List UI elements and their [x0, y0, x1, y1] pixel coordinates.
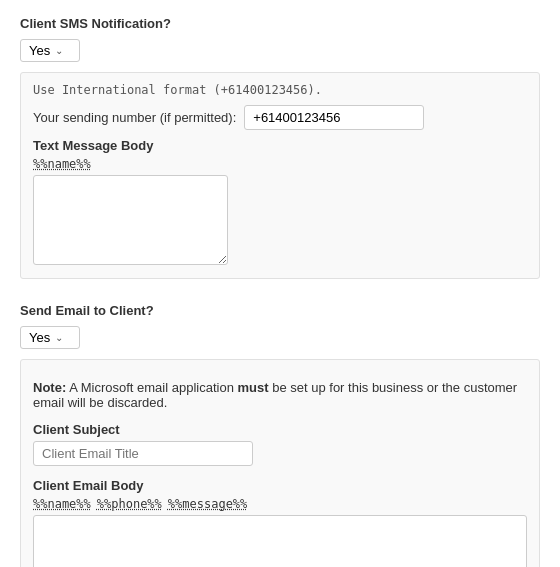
sending-number-label: Your sending number (if permitted):: [33, 110, 236, 125]
email-name-token[interactable]: %%name%%: [33, 497, 91, 511]
email-section: Send Email to Client? Yes No ⌄ Note: A M…: [20, 303, 540, 567]
email-dropdown-wrapper[interactable]: Yes No ⌄: [20, 326, 80, 349]
sms-dropdown-wrapper[interactable]: Yes No ⌄: [20, 39, 80, 62]
client-subject-input[interactable]: [33, 441, 253, 466]
note-must: must: [237, 380, 268, 395]
sms-section: Client SMS Notification? Yes No ⌄ Use In…: [20, 16, 540, 279]
client-email-body-label: Client Email Body: [33, 478, 527, 493]
sending-number-input[interactable]: [244, 105, 424, 130]
email-info-box: Note: A Microsoft email application must…: [20, 359, 540, 567]
sms-format-info: Use International format (+61400123456).: [33, 83, 527, 97]
client-subject-label: Client Subject: [33, 422, 527, 437]
sms-body-textarea[interactable]: [33, 175, 228, 265]
sms-info-box: Use International format (+61400123456).…: [20, 72, 540, 279]
sms-name-token[interactable]: %%name%%: [33, 157, 91, 171]
email-dropdown[interactable]: Yes No: [29, 330, 67, 345]
sending-number-row: Your sending number (if permitted):: [33, 105, 527, 130]
email-section-title: Send Email to Client?: [20, 303, 540, 318]
note-label: Note:: [33, 380, 66, 395]
email-body-textarea[interactable]: [33, 515, 527, 567]
email-message-token[interactable]: %%message%%: [168, 497, 247, 511]
sms-token-row: %%name%%: [33, 157, 527, 171]
sms-dropdown[interactable]: Yes No: [29, 43, 67, 58]
sms-section-title: Client SMS Notification?: [20, 16, 540, 31]
note-text-1: A Microsoft email application: [69, 380, 237, 395]
email-token-row: %%name%% %%phone%% %%message%%: [33, 497, 527, 511]
email-phone-token[interactable]: %%phone%%: [97, 497, 162, 511]
email-note: Note: A Microsoft email application must…: [33, 380, 527, 410]
text-message-body-label: Text Message Body: [33, 138, 527, 153]
